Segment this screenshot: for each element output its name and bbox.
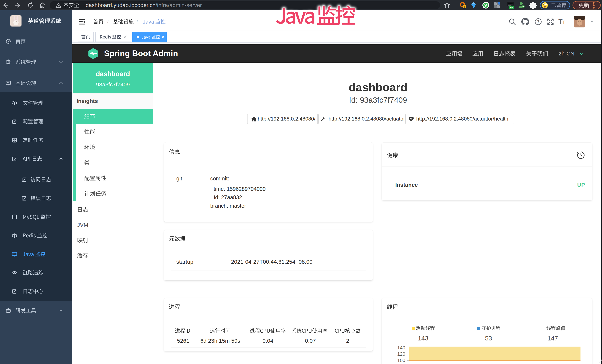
svg-text:1: 1 — [464, 5, 465, 8]
svg-text:?: ? — [537, 19, 539, 24]
svg-text:on: on — [510, 6, 513, 9]
